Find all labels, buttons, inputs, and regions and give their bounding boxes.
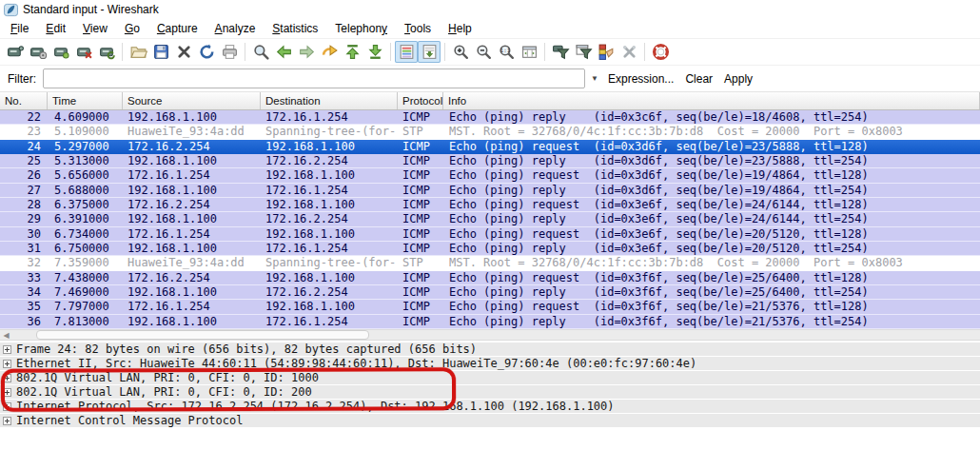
- menu-item[interactable]: Capture: [148, 20, 206, 37]
- open-file-icon[interactable]: [127, 41, 149, 63]
- expand-plus-icon[interactable]: [3, 374, 11, 382]
- packet-destination: 172.16.1.254: [261, 315, 398, 329]
- scroll-left-arrow-icon[interactable]: ◀: [0, 330, 12, 340]
- scrollbar-thumb[interactable]: [36, 330, 369, 340]
- packet-protocol: ICMP: [398, 184, 443, 198]
- capture-filters-icon[interactable]: [549, 41, 572, 63]
- packet-no: 22: [0, 110, 48, 125]
- packet-protocol: STP: [398, 125, 443, 139]
- save-file-icon[interactable]: [149, 41, 172, 63]
- clear-button[interactable]: Clear: [679, 70, 718, 88]
- packet-destination: Spanning-tree-(for-: [261, 256, 398, 270]
- column-header-time[interactable]: Time: [48, 92, 123, 109]
- expand-plus-icon[interactable]: [3, 345, 11, 354]
- column-header-protocol[interactable]: Protocol: [398, 92, 443, 109]
- menu-item[interactable]: Go: [116, 20, 148, 37]
- packet-protocol: ICMP: [398, 300, 443, 314]
- detail-line[interactable]: 802.1Q Virtual LAN, PRI: 0, CFI: 0, ID: …: [0, 385, 980, 399]
- toolbar-separator: [245, 43, 245, 61]
- packet-row[interactable]: 22 4.609000 192.168.1.100 172.16.1.254 I…: [0, 110, 980, 125]
- detail-line[interactable]: Ethernet II, Src: HuaweiTe_44:60:11 (54:…: [0, 357, 980, 370]
- column-header-source[interactable]: Source: [123, 92, 261, 109]
- packet-row[interactable]: 27 5.688000 192.168.1.100 172.16.1.254 I…: [0, 184, 980, 198]
- resize-columns-icon[interactable]: [518, 41, 540, 63]
- expand-plus-icon[interactable]: [3, 360, 11, 368]
- packet-row[interactable]: 26 5.656000 172.16.1.254 192.168.1.100 I…: [0, 168, 980, 183]
- preferences-icon[interactable]: [617, 41, 640, 63]
- find-packet-icon[interactable]: [249, 41, 272, 63]
- detail-line[interactable]: Internet Protocol, Src: 172.16.2.254 (17…: [0, 400, 980, 413]
- zoom-out-icon[interactable]: [472, 41, 495, 63]
- menu-item[interactable]: Edit: [37, 20, 74, 37]
- packet-time: 5.297000: [48, 140, 123, 154]
- list-interfaces-icon[interactable]: [4, 41, 27, 63]
- menu-item[interactable]: File: [2, 20, 37, 37]
- menu-item[interactable]: Statistics: [264, 20, 326, 37]
- menu-item[interactable]: Help: [440, 20, 480, 37]
- packet-no: 33: [0, 271, 48, 285]
- go-to-bottom-icon[interactable]: [363, 41, 386, 63]
- help-icon[interactable]: [649, 41, 672, 63]
- expand-plus-icon[interactable]: [3, 388, 11, 397]
- toolbar-separator: [444, 43, 445, 61]
- expression-button[interactable]: Expression...: [602, 70, 679, 88]
- print-icon[interactable]: [218, 41, 241, 63]
- packet-time: 4.609000: [48, 110, 123, 125]
- column-header-info[interactable]: Info: [443, 92, 980, 109]
- packet-info: Echo (ping) reply (id=0x3c6f, seq(be/le)…: [443, 110, 980, 125]
- go-back-icon[interactable]: [272, 41, 295, 63]
- capture-stop-icon[interactable]: [72, 41, 95, 63]
- auto-scroll-icon[interactable]: [418, 41, 441, 63]
- capture-start-icon[interactable]: [49, 41, 72, 63]
- close-file-icon[interactable]: [172, 41, 195, 63]
- menu-item[interactable]: Analyze: [206, 20, 265, 37]
- display-filters-icon[interactable]: [572, 41, 595, 63]
- go-to-top-icon[interactable]: [341, 41, 363, 63]
- filter-dropdown-arrow-icon[interactable]: ▼: [587, 69, 602, 88]
- packet-row[interactable]: 24 5.297000 172.16.2.254 192.168.1.100 I…: [0, 140, 980, 154]
- packet-row[interactable]: 35 7.797000 172.16.1.254 192.168.1.100 I…: [0, 300, 980, 314]
- colorize-packets-icon[interactable]: [395, 41, 418, 63]
- column-header-no[interactable]: No.: [0, 92, 48, 109]
- detail-text: Frame 24: 82 bytes on wire (656 bits), 8…: [16, 342, 477, 356]
- capture-restart-icon[interactable]: [95, 41, 118, 63]
- packet-time: 7.813000: [48, 315, 123, 329]
- packet-row[interactable]: 25 5.313000 192.168.1.100 172.16.2.254 I…: [0, 154, 980, 168]
- menu-item[interactable]: Telephony: [326, 20, 396, 37]
- packet-no: 34: [0, 285, 48, 300]
- expand-plus-icon[interactable]: [3, 417, 11, 425]
- packet-source: 192.168.1.100: [123, 242, 261, 256]
- go-forward-icon[interactable]: [295, 41, 318, 63]
- go-to-packet-icon[interactable]: [318, 41, 341, 63]
- packet-row[interactable]: 32 7.359000 HuaweiTe_93:4a:dd Spanning-t…: [0, 256, 980, 270]
- horizontal-scrollbar[interactable]: ◀: [0, 329, 980, 341]
- packet-row[interactable]: 31 6.750000 192.168.1.100 172.16.1.254 I…: [0, 242, 980, 256]
- packet-protocol: ICMP: [398, 227, 443, 242]
- reload-icon[interactable]: [195, 41, 218, 63]
- zoom-normal-icon[interactable]: 1:1: [495, 41, 518, 63]
- packet-row[interactable]: 29 6.391000 192.168.1.100 172.16.2.254 I…: [0, 212, 980, 226]
- packet-row[interactable]: 36 7.813000 192.168.1.100 172.16.1.254 I…: [0, 315, 980, 329]
- detail-line[interactable]: 802.1Q Virtual LAN, PRI: 0, CFI: 0, ID: …: [0, 371, 980, 384]
- column-header-destination[interactable]: Destination: [261, 92, 398, 109]
- packet-row[interactable]: 28 6.375000 172.16.2.254 192.168.1.100 I…: [0, 198, 980, 212]
- detail-line[interactable]: Frame 24: 82 bytes on wire (656 bits), 8…: [0, 342, 980, 356]
- expand-plus-icon[interactable]: [3, 402, 11, 411]
- title-bar: Standard input - Wireshark: [0, 0, 980, 19]
- packet-destination: 172.16.2.254: [261, 285, 398, 300]
- capture-options-icon[interactable]: [27, 41, 49, 63]
- coloring-rules-icon[interactable]: [595, 41, 617, 63]
- zoom-in-icon[interactable]: [449, 41, 472, 63]
- menu-item[interactable]: View: [74, 20, 116, 37]
- toolbar-separator: [390, 43, 391, 61]
- apply-button[interactable]: Apply: [718, 70, 758, 88]
- detail-text: Internet Control Message Protocol: [16, 414, 243, 427]
- packet-row[interactable]: 30 6.734000 172.16.1.254 192.168.1.100 I…: [0, 227, 980, 242]
- packet-row[interactable]: 33 7.438000 172.16.2.254 192.168.1.100 I…: [0, 271, 980, 285]
- detail-line[interactable]: Internet Control Message Protocol: [0, 414, 980, 427]
- menu-item[interactable]: Tools: [396, 20, 440, 37]
- filter-input[interactable]: [43, 68, 585, 88]
- packet-protocol: ICMP: [398, 168, 443, 183]
- packet-row[interactable]: 34 7.469000 192.168.1.100 172.16.2.254 I…: [0, 285, 980, 300]
- packet-row[interactable]: 23 5.109000 HuaweiTe_93:4a:dd Spanning-t…: [0, 125, 980, 139]
